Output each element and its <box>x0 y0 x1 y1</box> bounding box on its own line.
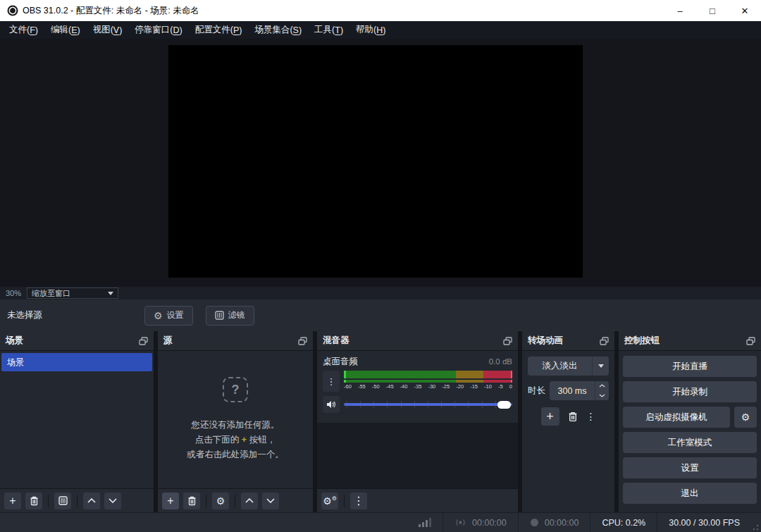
start-streaming-button[interactable]: 开始直播 <box>623 356 757 377</box>
popout-icon[interactable] <box>746 337 755 345</box>
chevron-down-icon <box>108 292 113 295</box>
filters-button[interactable]: 滤镜 <box>206 306 254 326</box>
duration-spinner[interactable]: 300 ms <box>550 381 609 400</box>
start-virtual-camera-button[interactable]: 启动虚拟摄像机 <box>623 407 730 428</box>
preview-canvas[interactable] <box>168 45 583 278</box>
minimize-button[interactable]: – <box>664 0 696 21</box>
menu-profile[interactable]: 配置文件(P) <box>189 21 249 39</box>
volume-slider[interactable] <box>344 399 512 410</box>
question-mark-icon: ? <box>223 377 248 402</box>
virtual-camera-settings-button[interactable]: ⚙ <box>734 407 757 428</box>
popout-icon[interactable] <box>600 337 609 345</box>
audio-mixer-dock: 混音器 桌面音频 0.0 dB ⋮ -60-55-50-45-40-35-30-… <box>317 331 518 512</box>
chevron-down-icon <box>266 498 275 503</box>
source-up-button[interactable] <box>241 493 258 509</box>
menu-docks[interactable]: 停靠窗口(D) <box>128 21 188 39</box>
source-list[interactable]: ? 您还没有添加任何源。 点击下面的 + 按钮， 或者右击此处添加一个。 <box>158 351 313 488</box>
remove-scene-button[interactable] <box>25 493 42 509</box>
kebab-icon: ⋮ <box>353 494 364 507</box>
mute-button[interactable] <box>323 396 340 413</box>
obs-logo-icon <box>7 5 18 16</box>
add-transition-button[interactable]: + <box>541 407 559 426</box>
transitions-dock: 转场动画 淡入淡出 时长 300 ms + <box>522 331 614 512</box>
spin-up-button[interactable] <box>595 381 609 391</box>
zoom-level: 30% <box>6 289 21 297</box>
channel-menu-button[interactable]: ⋮ <box>323 371 340 392</box>
gear-icon: ⚙ <box>216 496 225 506</box>
scene-filters-button[interactable] <box>54 493 71 509</box>
volume-meter-2 <box>344 380 512 383</box>
remove-transition-button[interactable] <box>568 412 578 422</box>
signal-bars-icon <box>419 518 431 527</box>
statusbar: 00:00:00 00:00:00 CPU: 0.2% 30.00 / 30.0… <box>0 512 761 532</box>
empty-hint-line2: 点击下面的 + 按钮， <box>195 433 276 447</box>
controls-title: 控制按钮 <box>624 335 660 347</box>
popout-icon[interactable] <box>503 337 512 345</box>
maximize-button[interactable]: □ <box>696 0 729 21</box>
chevron-up-icon <box>87 498 96 503</box>
source-properties-button[interactable]: ⚙ <box>212 493 229 509</box>
resize-grip[interactable] <box>751 513 761 532</box>
settings-button[interactable]: 设置 <box>623 457 757 478</box>
close-button[interactable]: ✕ <box>729 0 761 21</box>
mixer-menu-button[interactable]: ⋮ <box>350 493 367 509</box>
source-down-button[interactable] <box>262 493 279 509</box>
spin-down-button[interactable] <box>595 391 609 401</box>
sources-title: 源 <box>163 335 173 347</box>
advanced-audio-button[interactable]: ⚙⚙ <box>321 493 338 509</box>
scene-list: 场景 <box>0 351 154 488</box>
menu-view[interactable]: 视图(V) <box>87 21 129 39</box>
scene-down-button[interactable] <box>104 493 121 509</box>
window-title: OBS 31.0.2 - 配置文件: 未命名 - 场景: 未命名 <box>23 5 199 17</box>
trash-icon <box>568 412 578 422</box>
scene-item[interactable]: 场景 <box>1 353 152 371</box>
zoom-mode-dropdown[interactable]: 缩放至窗口 <box>27 287 118 299</box>
empty-hint-line1: 您还没有添加任何源。 <box>192 418 280 433</box>
properties-button[interactable]: ⚙ 设置 <box>144 306 193 326</box>
exit-button[interactable]: 退出 <box>623 483 757 504</box>
duration-label: 时长 <box>528 385 545 397</box>
sources-dock: 源 ? 您还没有添加任何源。 点击下面的 + 按钮， 或者右击此处添加一个。 +… <box>158 331 313 512</box>
menu-edit[interactable]: 编辑(E) <box>44 21 87 39</box>
cpu-usage: CPU: 0.2% <box>590 518 657 528</box>
connection-status <box>407 518 443 527</box>
empty-hint-line3: 或者右击此处添加一个。 <box>187 447 284 462</box>
chevron-down-icon <box>599 394 605 397</box>
filter-icon <box>58 496 68 505</box>
menu-tools[interactable]: 工具(T) <box>308 21 349 39</box>
menu-help[interactable]: 帮助(H) <box>349 21 392 39</box>
mixer-channel: 桌面音频 0.0 dB ⋮ -60-55-50-45-40-35-30-25-2… <box>317 351 518 419</box>
scenes-dock: 场景 场景 + <box>0 331 154 512</box>
titlebar: OBS 31.0.2 - 配置文件: 未命名 - 场景: 未命名 – □ ✕ <box>0 0 761 21</box>
remove-source-button[interactable] <box>183 493 200 509</box>
controls-dock: 控制按钮 开始直播 开始录制 启动虚拟摄像机 ⚙ 工作室模式 设置 退出 <box>619 331 761 512</box>
menu-file[interactable]: 文件(F) <box>3 21 44 39</box>
popout-icon[interactable] <box>139 337 148 345</box>
trash-icon <box>187 496 197 506</box>
transition-dropdown[interactable]: 淡入淡出 <box>528 357 609 376</box>
record-icon <box>530 518 539 527</box>
chevron-up-icon <box>599 384 605 388</box>
volume-meter <box>344 371 512 378</box>
channel-name: 桌面音频 <box>323 356 358 368</box>
preview-area <box>0 39 761 287</box>
popout-icon[interactable] <box>298 337 307 345</box>
no-source-label: 未选择源 <box>7 309 144 321</box>
meter-scale: -60-55-50-45-40-35-30-25-20-15-10-50 <box>344 383 512 390</box>
source-context-bar: 未选择源 ⚙ 设置 滤镜 <box>0 299 761 331</box>
start-recording-button[interactable]: 开始录制 <box>623 381 757 402</box>
gear-icon: ⚙ <box>154 311 163 321</box>
fps-indicator: 30.00 / 30.00 FPS <box>657 518 751 528</box>
transition-menu-button[interactable]: ⋮ <box>586 411 596 422</box>
menu-scene-collection[interactable]: 场景集合(S) <box>248 21 308 39</box>
scene-up-button[interactable] <box>83 493 100 509</box>
record-timer: 00:00:00 <box>519 518 590 528</box>
menubar: 文件(F) 编辑(E) 视图(V) 停靠窗口(D) 配置文件(P) 场景集合(S… <box>0 21 761 39</box>
kebab-icon: ⋮ <box>327 376 336 387</box>
transitions-title: 转场动画 <box>528 335 563 347</box>
studio-mode-button[interactable]: 工作室模式 <box>623 432 757 453</box>
add-scene-button[interactable]: + <box>4 493 21 509</box>
volume-slider-handle[interactable] <box>497 401 511 409</box>
chevron-up-icon <box>245 498 254 503</box>
add-source-button[interactable]: + <box>162 493 179 509</box>
